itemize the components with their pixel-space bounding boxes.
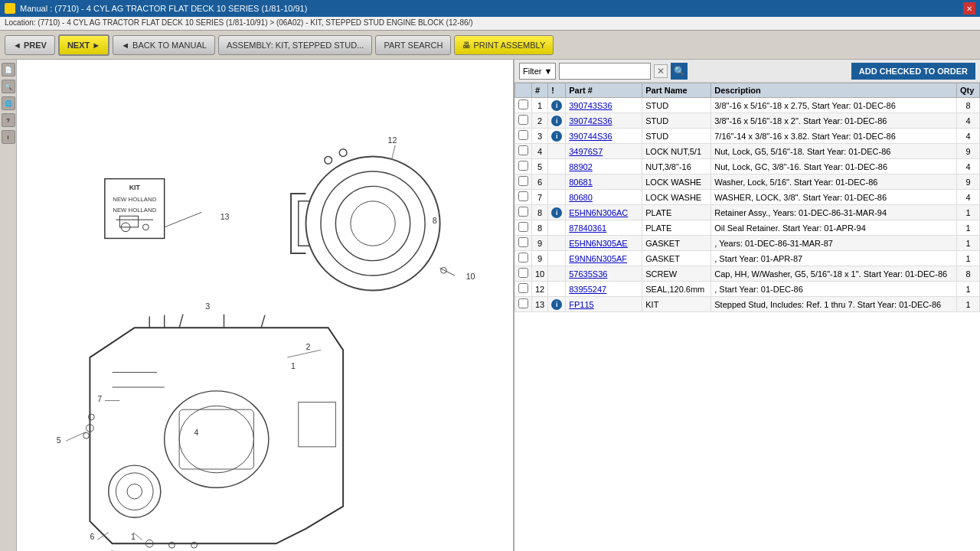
sidebar-icon-help[interactable]: ?	[2, 113, 15, 127]
part-number-link[interactable]: FP115	[569, 300, 593, 309]
part-number-link[interactable]: 83955247	[569, 285, 606, 294]
row-part-number[interactable]: 87840361	[566, 220, 642, 236]
row-part-number[interactable]: 88902	[566, 159, 642, 174]
header-part: Part #	[566, 83, 642, 98]
table-header-row: # ! Part # Part Name Description Qty	[515, 83, 980, 98]
svg-rect-0	[23, 60, 507, 551]
table-row: 434976S7LOCK NUT,5/1Nut, Lock, G5, 5/16"…	[515, 144, 980, 159]
sidebar-icon-info[interactable]: i	[2, 130, 15, 144]
row-qty: 9	[957, 174, 980, 190]
add-checked-to-order-button[interactable]: ADD CHECKED TO ORDER	[851, 63, 975, 80]
part-number-link[interactable]: 87840361	[569, 223, 606, 233]
row-info	[548, 190, 566, 205]
part-search-button[interactable]: PART SEARCH	[375, 35, 451, 55]
row-info	[548, 174, 566, 190]
row-part-name: NUT,3/8"-16	[642, 159, 711, 174]
row-checkbox[interactable]	[518, 222, 528, 232]
row-qty: 1	[957, 205, 980, 220]
row-info	[548, 159, 566, 174]
svg-text:NEW HOLLAND: NEW HOLLAND	[113, 196, 156, 203]
row-part-number[interactable]: E9NN6N305AF	[566, 251, 642, 266]
row-part-name: LOCK WASHE	[642, 174, 711, 190]
assembly-button[interactable]: ASSEMBLY: KIT, STEPPED STUD...	[218, 35, 373, 55]
info-icon[interactable]: i	[551, 207, 562, 218]
row-checkbox[interactable]	[518, 176, 528, 186]
prev-button[interactable]: ◄ PREV	[5, 35, 55, 55]
filter-search-button[interactable]: 🔍	[671, 63, 688, 80]
row-part-number[interactable]: 390743S36	[566, 98, 642, 113]
row-info[interactable]: i	[548, 297, 566, 312]
info-icon[interactable]: i	[551, 299, 562, 310]
row-info[interactable]: i	[548, 205, 566, 220]
row-checkbox[interactable]	[518, 268, 528, 278]
part-number-link[interactable]: E5HN6N305AE	[569, 239, 627, 248]
part-number-link[interactable]: 80681	[569, 178, 593, 187]
parts-table-scroll[interactable]: # ! Part # Part Name Description Qty 1i3…	[514, 83, 980, 551]
row-info[interactable]: i	[548, 129, 566, 144]
row-checkbox[interactable]	[518, 253, 528, 262]
sidebar-icon-doc[interactable]: 📄	[2, 63, 15, 77]
row-qty: 4	[957, 113, 980, 129]
row-checkbox[interactable]	[518, 115, 528, 125]
filter-dropdown[interactable]: Filter ▼	[519, 63, 556, 80]
info-icon[interactable]: i	[551, 100, 562, 111]
part-number-link[interactable]: 390743S36	[569, 101, 612, 110]
table-row: 3i390744S36STUD7/16"-14 x 3/8"-16 x 3.82…	[515, 129, 980, 144]
close-button[interactable]: ✕	[963, 2, 975, 15]
row-checkbox[interactable]	[518, 99, 528, 109]
row-checkbox[interactable]	[518, 207, 528, 217]
part-number-link[interactable]: 57635S36	[569, 269, 607, 279]
part-number-link[interactable]: 390744S36	[569, 132, 612, 141]
row-info[interactable]: i	[548, 113, 566, 129]
part-number-link[interactable]: 390742S36	[569, 116, 612, 126]
part-number-link[interactable]: 34976S7	[569, 147, 603, 156]
row-qty: 8	[957, 98, 980, 113]
row-part-number[interactable]: 390744S36	[566, 129, 642, 144]
sidebar-icon-globe[interactable]: 🌐	[2, 96, 15, 110]
part-number-link[interactable]: 80680	[569, 193, 593, 202]
row-qty: 9	[957, 144, 980, 159]
header-checkbox	[515, 83, 532, 98]
row-checkbox[interactable]	[518, 237, 528, 247]
row-info[interactable]: i	[548, 98, 566, 113]
row-checkbox[interactable]	[518, 298, 528, 308]
svg-text:KIT: KIT	[129, 184, 141, 191]
row-checkbox[interactable]	[518, 145, 528, 155]
row-part-number[interactable]: 390742S36	[566, 113, 642, 129]
row-part-number[interactable]: E5HN6N305AE	[566, 236, 642, 251]
filter-clear-button[interactable]: ✕	[654, 64, 668, 78]
sidebar-icon-search[interactable]: 🔍	[2, 80, 15, 93]
next-button[interactable]: NEXT ►	[58, 34, 109, 56]
diagram-area: NEW HOLLAND NEW HOLLAND KIT 13	[17, 60, 514, 551]
print-assembly-button[interactable]: 🖶 PRINT ASSEMBLY	[454, 35, 554, 55]
info-icon[interactable]: i	[551, 116, 562, 126]
part-number-link[interactable]: 88902	[569, 162, 593, 171]
filter-input[interactable]	[559, 63, 651, 80]
row-part-number[interactable]: 80681	[566, 174, 642, 190]
sidebar-icons: 📄 🔍 🌐 ? i	[0, 60, 17, 551]
row-checkbox[interactable]	[518, 283, 528, 293]
row-part-number[interactable]: 83955247	[566, 282, 642, 297]
table-row: 1i390743S36STUD3/8"-16 x 5/16"-18 x 2.75…	[515, 98, 980, 113]
row-part-number[interactable]: 57635S36	[566, 266, 642, 282]
info-icon[interactable]: i	[551, 131, 562, 142]
row-part-name: STUD	[642, 129, 711, 144]
part-number-link[interactable]: E9NN6N305AF	[569, 254, 627, 263]
row-description: 7/16"-14 x 3/8"-16 x 3.82. Start Year: 0…	[711, 129, 957, 144]
row-part-number[interactable]: 80680	[566, 190, 642, 205]
header-info: !	[548, 83, 566, 98]
row-checkbox[interactable]	[518, 130, 528, 140]
row-part-name: SCREW	[642, 266, 711, 282]
row-part-number[interactable]: E5HN6N306AC	[566, 205, 642, 220]
row-part-number[interactable]: FP115	[566, 297, 642, 312]
part-number-link[interactable]: E5HN6N306AC	[569, 208, 628, 217]
row-number: 2	[532, 113, 548, 129]
row-qty: 1	[957, 236, 980, 251]
row-part-name: GASKET	[642, 251, 711, 266]
row-checkbox[interactable]	[518, 191, 528, 201]
svg-text:2: 2	[306, 342, 311, 351]
row-checkbox[interactable]	[518, 161, 528, 171]
row-part-number[interactable]: 34976S7	[566, 144, 642, 159]
back-to-manual-button[interactable]: ◄ BACK TO MANUAL	[113, 35, 215, 55]
row-number: 1	[532, 98, 548, 113]
